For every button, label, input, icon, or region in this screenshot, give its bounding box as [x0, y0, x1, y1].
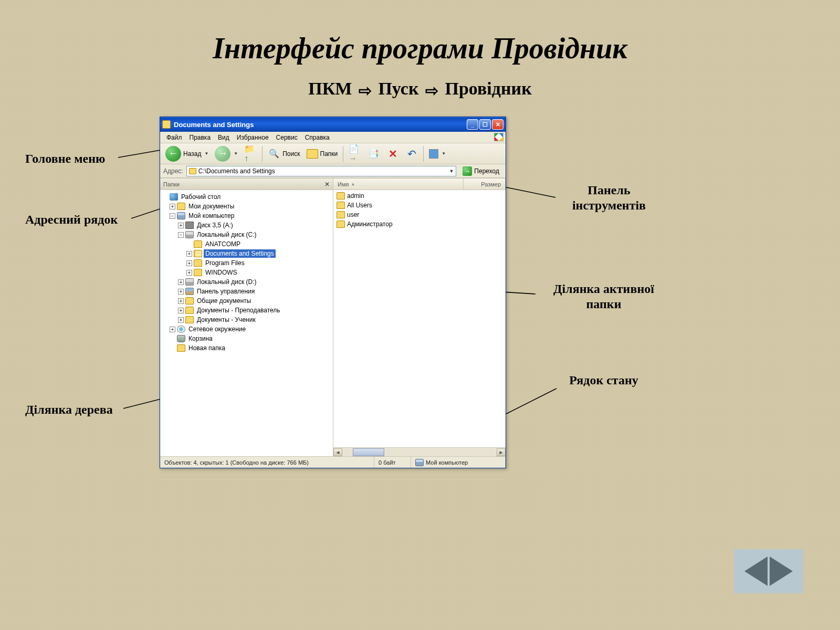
views-button[interactable]: ▼ [427, 148, 448, 160]
callout-toolbar: Панель інструментів [556, 183, 662, 213]
maximize-button[interactable]: ☐ [479, 119, 491, 130]
close-pane-button[interactable]: ✕ [324, 181, 330, 188]
copy-to-button[interactable]: 📑 [365, 146, 382, 161]
separator [262, 146, 262, 162]
expand-icon[interactable]: + [178, 298, 184, 304]
menu-favorites[interactable]: Избранное [234, 133, 272, 142]
expand-icon[interactable]: + [186, 270, 192, 276]
collapse-icon[interactable]: − [178, 232, 184, 238]
expand-icon[interactable]: + [178, 223, 184, 228]
tree-node-floppy[interactable]: + Диск 3,5 (A:) [161, 220, 332, 230]
callout-tree-area: Ділянка дерева [25, 402, 113, 417]
address-input[interactable]: C:\Documents and Settings ▼ [186, 166, 457, 176]
expand-icon[interactable]: + [178, 289, 184, 295]
list-body[interactable]: admin All Users user Администратор [333, 190, 506, 447]
up-button[interactable]: 📁↑ [242, 146, 259, 161]
expand-icon[interactable]: + [170, 204, 175, 209]
expand-icon[interactable]: + [178, 308, 184, 313]
forward-button[interactable]: → ▼ [213, 145, 240, 163]
scroll-right-button[interactable]: ► [497, 448, 506, 456]
menu-file[interactable]: Файл [163, 133, 185, 142]
computer-icon [415, 459, 424, 466]
search-button[interactable]: 🔍 Поиск [266, 146, 302, 161]
back-arrow-icon: ← [165, 146, 181, 162]
tree-label: Сетевое окружение [187, 325, 247, 333]
list-item[interactable]: admin [334, 191, 505, 201]
folders-button[interactable]: Папки [304, 148, 340, 160]
tree-node-progfiles[interactable]: + Program Files [161, 258, 332, 268]
tree-node-anatcomp[interactable]: ANATCOMP [161, 239, 332, 249]
tree-node-cpanel[interactable]: + Панель управления [161, 287, 332, 296]
sort-asc-icon: ▲ [351, 182, 355, 186]
back-button[interactable]: ← Назад ▼ [163, 145, 211, 163]
drive-icon [185, 231, 194, 238]
prev-slide-button[interactable] [744, 556, 768, 586]
delete-button[interactable]: ✕ [384, 146, 401, 161]
minimize-button[interactable]: _ [467, 119, 478, 130]
forward-arrow-icon: → [215, 146, 230, 162]
list-item[interactable]: user [334, 210, 505, 219]
list-item[interactable]: Администратор [334, 219, 505, 229]
status-location-label: Мой компьютер [426, 459, 468, 466]
collapse-icon[interactable]: − [170, 213, 175, 219]
tree-node-docset[interactable]: + Documents and Settings [161, 249, 332, 258]
close-button[interactable]: ✕ [492, 119, 503, 130]
tree-node-docs-teacher[interactable]: + Документы - Преподаватель [161, 306, 332, 315]
expand-icon[interactable]: + [170, 327, 175, 332]
tree-label: WINDOWS [204, 268, 239, 277]
tree-node-desktop[interactable]: Рабочий стол [161, 192, 332, 202]
expand-icon[interactable]: + [186, 251, 192, 257]
menu-help[interactable]: Справка [302, 133, 333, 142]
expand-icon[interactable]: + [186, 260, 192, 266]
moveto-icon: 📄→ [349, 148, 361, 160]
tree-node-shared[interactable]: + Общие документы [161, 296, 332, 306]
horizontal-scrollbar[interactable]: ◄ ► [333, 447, 506, 456]
folder-icon [185, 307, 194, 314]
move-to-button[interactable]: 📄→ [346, 146, 363, 161]
tree-node-newfolder[interactable]: Новая папка [161, 343, 332, 353]
col-name[interactable]: Имя ▲ [333, 178, 464, 190]
folders-label: Папки [320, 150, 338, 158]
undo-button[interactable]: ↶ [403, 146, 420, 161]
tree-node-mydocs[interactable]: + Мои документы [161, 202, 332, 211]
dropdown-icon: ▼ [234, 151, 238, 156]
tree-body[interactable]: Рабочий стол + Мои документы − Мой компь… [160, 190, 333, 456]
copyto-icon: 📑 [368, 148, 380, 160]
tree-node-windows[interactable]: + WINDOWS [161, 268, 332, 277]
go-button[interactable]: → Переход [459, 166, 502, 176]
expand-icon[interactable]: + [178, 317, 184, 323]
status-bytes: 0 байт [374, 457, 411, 468]
titlebar[interactable]: Documents and Settings _ ☐ ✕ [160, 117, 506, 132]
menu-view[interactable]: Вид [215, 133, 233, 142]
tree-header-label: Папки [163, 181, 180, 187]
callout-main-menu: Головне меню [25, 151, 105, 166]
folder-icon [185, 316, 194, 323]
list-item[interactable]: All Users [334, 201, 505, 210]
tree-label: Документы - Преподаватель [195, 306, 282, 314]
col-size[interactable]: Размер [464, 178, 506, 190]
scroll-thumb[interactable] [353, 448, 384, 456]
tree-node-docs-student[interactable]: + Документы - Ученик [161, 315, 332, 324]
sub-part-1: ПКМ [308, 79, 352, 98]
expand-icon[interactable]: + [178, 279, 184, 285]
scroll-left-button[interactable]: ◄ [333, 448, 342, 456]
folder-up-icon: 📁↑ [244, 148, 257, 160]
item-label: admin [347, 192, 364, 200]
go-arrow-icon: → [463, 166, 472, 176]
dropdown-icon[interactable]: ▼ [449, 169, 454, 174]
folder-icon [177, 344, 185, 352]
dropdown-icon: ▼ [442, 151, 446, 156]
menu-tools[interactable]: Сервис [273, 133, 301, 142]
floppy-icon [185, 222, 194, 229]
tree-node-mycomputer[interactable]: − Мой компьютер [161, 211, 332, 220]
tree-node-drive-d[interactable]: + Локальный диск (D:) [161, 277, 332, 287]
menu-edit[interactable]: Правка [186, 133, 214, 142]
views-icon [429, 149, 438, 159]
desktop-icon [170, 193, 178, 201]
col-name-label: Имя [338, 181, 349, 187]
tree-node-network[interactable]: + Сетевое окружение [161, 324, 332, 334]
tree-node-bin[interactable]: Корзина [161, 334, 332, 343]
tree-header: Папки ✕ [160, 178, 333, 190]
next-slide-button[interactable] [770, 556, 793, 586]
tree-node-drive-c[interactable]: − Локальный диск (C:) [161, 230, 332, 239]
